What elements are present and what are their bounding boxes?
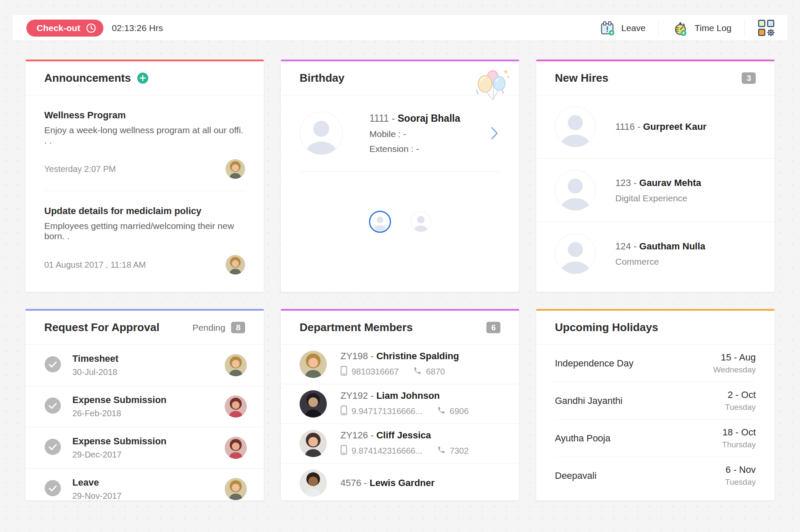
check-circle-icon — [44, 356, 61, 375]
employee-department: Commerce — [615, 257, 706, 267]
holiday-date: 2 - Oct — [725, 389, 756, 400]
phone-icon — [437, 446, 446, 456]
avatar-placeholder — [555, 106, 596, 147]
chevron-right-icon[interactable] — [489, 124, 500, 142]
leave-button[interactable]: Leave — [599, 20, 646, 36]
topbar-divider — [744, 20, 745, 37]
holiday-name: Independence Day — [555, 358, 634, 369]
mobile-icon — [340, 366, 347, 378]
new-hire-row[interactable]: 123 - Gaurav Mehta Digital Experience — [536, 159, 774, 222]
holiday-date: 15 - Aug — [713, 352, 756, 363]
announcements-title: Announcements — [44, 72, 131, 85]
avatar — [225, 354, 247, 376]
announcement-time: 01 August 2017 , 11:18 AM — [44, 260, 146, 270]
avatar — [225, 395, 247, 418]
approval-type: Leave — [72, 477, 122, 488]
employee-name: Gautham Nulla — [639, 241, 705, 252]
department-members-header: Department Members 6 — [281, 311, 519, 345]
holiday-date: 6 - Nov — [725, 464, 756, 475]
pending-label: Pending — [192, 323, 225, 333]
avatar — [300, 469, 327, 497]
separator: - — [631, 241, 640, 252]
approval-row[interactable]: Expense Submission 29-Dec-2017 — [26, 427, 264, 469]
time-log-button[interactable]: Time Log — [671, 20, 731, 37]
member-mobile: 9.874142316666... — [351, 446, 423, 456]
count-badge: 3 — [742, 72, 756, 84]
widgets-grid-icon[interactable] — [757, 19, 775, 37]
member-id: ZY126 — [340, 430, 368, 440]
approval-date: 30-Jul-2018 — [72, 367, 118, 377]
member-row[interactable]: 4576 - Lewis Gardner — [281, 463, 519, 501]
member-extension: 6906 — [450, 406, 469, 416]
member-name: Lewis Gardner — [370, 478, 435, 488]
add-announcement-icon[interactable] — [137, 72, 149, 84]
avatar — [300, 351, 327, 378]
holiday-row: Independence Day 15 - Aug Wednesday — [555, 345, 756, 382]
announcement-item[interactable]: Update details for mediclaim policy Empl… — [44, 191, 245, 286]
carousel-avatar[interactable] — [411, 212, 431, 232]
check-circle-icon — [44, 480, 61, 498]
separator: - — [389, 113, 397, 124]
holiday-row: Ayutha Pooja 18 - Oct Thursday — [555, 420, 756, 457]
employee-id: 124 — [615, 241, 631, 252]
holiday-day: Tuesday — [725, 478, 756, 487]
department-members-card: Department Members 6 ZY198 - Christine S… — [281, 309, 519, 501]
new-hire-row[interactable]: 124 - Gautham Nulla Commerce — [536, 222, 774, 285]
member-id: ZY198 — [340, 351, 368, 361]
holiday-date: 18 - Oct — [722, 427, 756, 438]
member-id: 4576 — [340, 478, 361, 488]
employee-name: Gaurav Mehta — [639, 177, 701, 188]
stopwatch-icon — [671, 20, 689, 37]
announcement-item[interactable]: Wellness Program Enjoy a week-long welln… — [44, 95, 245, 191]
avatar-placeholder — [300, 112, 343, 155]
count-badge: 6 — [486, 322, 500, 333]
phone-icon — [413, 366, 422, 377]
birthday-person-row: 1111 - Sooraj Bhalla Mobile : - Extensio… — [300, 95, 500, 172]
member-name: Cliff Jessica — [376, 430, 431, 440]
birthday-card: Birthday 1111 - Sooraj Bhalla Mobile : -… — [281, 60, 519, 292]
carousel-avatar-selected[interactable] — [369, 211, 391, 233]
member-extension: 6870 — [426, 367, 445, 377]
holiday-row: Gandhi Jayanthi 2 - Oct Tuesday — [555, 382, 756, 420]
balloons-icon — [474, 66, 511, 105]
employee-name: Gurpreet Kaur — [643, 121, 706, 132]
birthday-title: Birthday — [300, 72, 344, 85]
member-row[interactable]: ZY126 - Cliff Jessica 9.874142316666... … — [281, 424, 519, 463]
announcement-time: Yesterday 2:07 PM — [44, 164, 116, 174]
member-name: Christine Spalding — [376, 351, 459, 361]
dashboard-grid: Announcements Wellness Program Enjoy a w… — [26, 60, 774, 501]
holidays-header: Upcoming Holidays — [536, 311, 774, 345]
holiday-day: Thursday — [722, 440, 756, 449]
holiday-row: Deepavali 6 - Nov Tuesday — [555, 457, 756, 494]
approval-row[interactable]: Expense Submission 26-Feb-2018 — [26, 386, 264, 427]
holidays-title: Upcoming Holidays — [555, 321, 658, 334]
new-hire-row[interactable]: 1116 - Gurpreet Kaur — [536, 95, 774, 159]
leave-label: Leave — [621, 23, 646, 33]
member-mobile: 9.947171316666... — [351, 406, 423, 416]
holiday-day: Tuesday — [725, 403, 756, 412]
mobile-icon — [340, 445, 347, 457]
avatar — [226, 255, 245, 275]
approval-date: 29-Nov-2017 — [72, 491, 122, 501]
separator: - — [631, 177, 640, 188]
avatar-placeholder — [555, 170, 596, 211]
checkout-button[interactable]: Check-out — [26, 20, 103, 37]
new-hires-title: New Hires — [555, 72, 609, 85]
approval-row[interactable]: Timesheet 30-Jul-2018 — [26, 345, 264, 386]
member-row[interactable]: ZY198 - Christine Spalding 9810316667 68… — [281, 345, 519, 384]
extension-line: Extension : - — [369, 144, 460, 154]
employee-id: 1111 — [369, 113, 389, 124]
checkout-label: Check-out — [37, 23, 80, 33]
approvals-card: Request For Approval Pending 8 Timesheet… — [26, 309, 264, 501]
member-mobile: 9810316667 — [351, 367, 399, 377]
holiday-name: Gandhi Jayanthi — [555, 395, 623, 406]
approval-row[interactable]: Leave 29-Nov-2017 — [26, 469, 264, 501]
employee-id: 1116 — [615, 121, 635, 132]
member-row[interactable]: ZY192 - Liam Johnson 9.947171316666... 6… — [281, 384, 519, 424]
approval-date: 29-Dec-2017 — [72, 450, 166, 460]
avatar-placeholder — [555, 233, 596, 274]
mobile-icon — [340, 405, 347, 418]
avatar — [225, 478, 247, 500]
department-members-title: Department Members — [300, 321, 413, 334]
approvals-header: Request For Approval Pending 8 — [26, 311, 264, 345]
